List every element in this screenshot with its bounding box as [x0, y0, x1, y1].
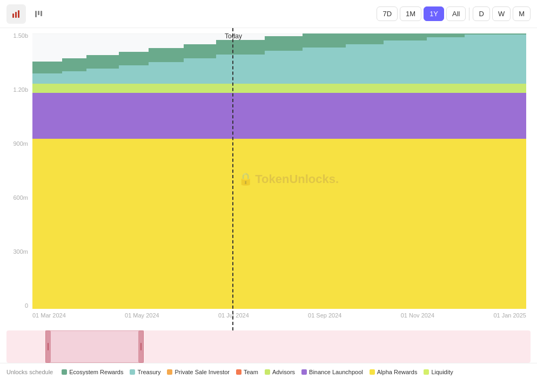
- svg-rect-22: [32, 139, 526, 309]
- x-label-jan: 01 Jan 2025: [493, 312, 526, 319]
- legend-label-liquidity: Liquidity: [431, 369, 453, 375]
- legend-item-advisors: Advisors: [265, 369, 295, 375]
- legend-label-ecosystem: Ecosystem Rewards: [69, 369, 123, 375]
- svg-rect-4: [38, 11, 39, 15]
- mini-chart-area: [6, 330, 531, 363]
- interval-button-d[interactable]: D: [473, 6, 489, 21]
- legend-item-liquidity: Liquidity: [424, 369, 453, 375]
- y-label-0: 0: [0, 302, 28, 309]
- legend-label-team: Team: [244, 369, 258, 375]
- stacked-chart: [32, 33, 526, 309]
- unlocks-label: Unlocks schedule: [6, 369, 53, 375]
- legend-label-treasury: Treasury: [137, 369, 160, 375]
- mini-handle-left[interactable]: [45, 330, 51, 363]
- handle-bar-left: [48, 343, 49, 350]
- time-button-1m[interactable]: 1M: [400, 6, 421, 21]
- svg-rect-5: [41, 11, 42, 16]
- legend-dot-liquidity: [424, 369, 429, 375]
- legend-dot-binance: [301, 369, 307, 375]
- y-label-600m: 600m: [0, 194, 28, 201]
- time-controls: 7D 1M 1Y All D W M: [377, 6, 531, 21]
- x-axis: 01 Mar 2024 01 May 2024 01 Jul 2024 01 S…: [32, 309, 526, 330]
- legend-item-ecosystem: Ecosystem Rewards: [62, 369, 123, 375]
- time-button-1y[interactable]: 1Y: [424, 6, 444, 21]
- legend-label-alpha: Alpha Rewards: [377, 369, 418, 375]
- x-label-may: 01 May 2024: [125, 312, 159, 319]
- legend-bar: Unlocks schedule Ecosystem Rewards Treas…: [0, 363, 537, 380]
- mini-selection: [45, 330, 144, 363]
- interval-button-w[interactable]: W: [492, 6, 511, 21]
- svg-rect-0: [12, 13, 14, 18]
- x-label-nov: 01 Nov 2024: [401, 312, 434, 319]
- legend-item-private-sale: Private Sale Investor: [167, 369, 230, 375]
- svg-rect-2: [18, 10, 19, 18]
- svg-rect-24: [32, 84, 526, 93]
- y-axis: 0 300m 600m 900m 1.20b 1.50b: [0, 28, 32, 309]
- legend-item-team: Team: [236, 369, 258, 375]
- svg-rect-23: [32, 92, 526, 139]
- y-label-300m: 300m: [0, 248, 28, 255]
- x-label-jul: 01 Jul 2024: [218, 312, 249, 319]
- separator: [469, 8, 469, 21]
- y-label-900m: 900m: [0, 140, 28, 147]
- legend-label-private-sale: Private Sale Investor: [174, 369, 230, 375]
- time-button-all[interactable]: All: [446, 6, 466, 21]
- top-bar: 7D 1M 1Y All D W M: [0, 0, 537, 28]
- icon-group: [6, 4, 49, 24]
- chart-type-button-1[interactable]: [6, 4, 26, 24]
- chart-area: Chart in UTC + 00:00 Time 0 300m 600m 90…: [0, 28, 537, 330]
- legend-item-alpha: Alpha Rewards: [370, 369, 418, 375]
- x-label-mar: 01 Mar 2024: [32, 312, 66, 319]
- legend-dot-alpha: [370, 369, 375, 375]
- legend-label-binance: Binance Launchpool: [309, 369, 363, 375]
- legend-item-treasury: Treasury: [130, 369, 160, 375]
- legend-dot-private-sale: [167, 369, 172, 375]
- mini-handle-right[interactable]: [138, 330, 144, 363]
- chart-type-button-2[interactable]: [29, 4, 49, 24]
- legend-label-advisors: Advisors: [272, 369, 295, 375]
- y-label-1500m: 1.50b: [0, 32, 28, 39]
- today-line: [232, 28, 233, 330]
- interval-button-m[interactable]: M: [513, 6, 531, 21]
- time-button-7d[interactable]: 7D: [377, 6, 398, 21]
- legend-dot-ecosystem: [62, 369, 67, 375]
- today-label: Today: [225, 32, 242, 40]
- watermark: 🔒TokenUnlocks.: [238, 172, 339, 186]
- svg-rect-1: [15, 12, 17, 18]
- legend-item-binance: Binance Launchpool: [301, 369, 363, 375]
- legend-dot-team: [236, 369, 241, 375]
- legend-dot-treasury: [130, 369, 135, 375]
- svg-rect-3: [35, 11, 37, 17]
- legend-dot-advisors: [265, 369, 270, 375]
- handle-bar-right: [140, 343, 142, 350]
- x-label-sep: 01 Sep 2024: [308, 312, 341, 319]
- y-label-1200m: 1.20b: [0, 86, 28, 93]
